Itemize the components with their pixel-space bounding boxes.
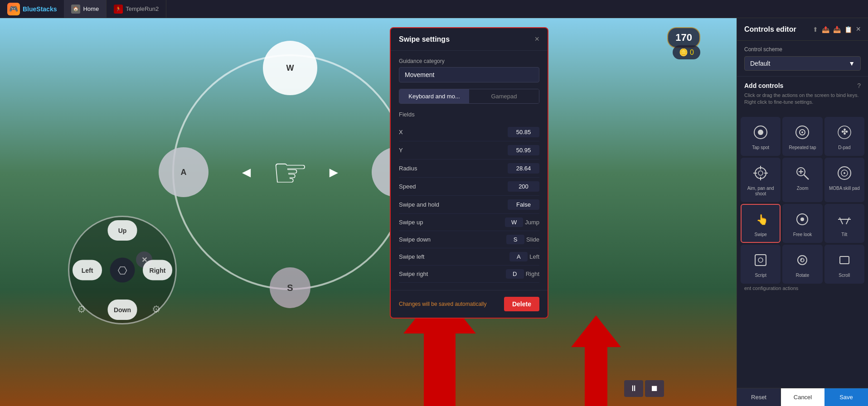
gear-icon-right[interactable]: ⚙ bbox=[152, 304, 161, 315]
bottom-controls: ⏸ ⏹ bbox=[624, 380, 664, 397]
swipe-icon: 👆 bbox=[751, 209, 771, 229]
guidance-input[interactable] bbox=[399, 67, 539, 82]
svg-line-27 bbox=[846, 218, 849, 224]
swipe-label: Swipe bbox=[755, 232, 767, 237]
control-item-zoom[interactable]: Zoom bbox=[782, 158, 822, 202]
svg-point-3 bbox=[758, 130, 763, 135]
field-swipe-hold: Swipe and hold False bbox=[399, 196, 539, 214]
field-x-value[interactable]: 50.85 bbox=[508, 127, 539, 137]
dpad-left[interactable]: Left bbox=[73, 260, 102, 280]
bluestacks-logo-icon: 🎮 bbox=[7, 3, 20, 15]
config-actions-row: ent configuration actions bbox=[737, 284, 868, 295]
tab-temple-run[interactable]: 🏃 TempleRun2 bbox=[107, 0, 166, 18]
temple-run-tab-icon: 🏃 bbox=[114, 5, 123, 14]
auto-save-text: Changes will be saved automatically bbox=[399, 301, 486, 307]
modal-title: Swipe settings bbox=[399, 35, 450, 44]
field-swipe-hold-label: Swipe and hold bbox=[399, 201, 508, 208]
copy-icon[interactable]: 📋 bbox=[844, 26, 852, 33]
temple-run-tab-label: TempleRun2 bbox=[126, 5, 159, 12]
svg-text:↻: ↻ bbox=[800, 257, 805, 264]
svg-point-21 bbox=[844, 172, 845, 174]
free-look-icon bbox=[792, 209, 812, 229]
control-item-dpad[interactable]: ✤ D-pad bbox=[824, 117, 864, 156]
control-grid: Tap spot Repeated tap ✤ D-pad bbox=[737, 117, 868, 284]
control-item-repeated-tap[interactable]: Repeated tap bbox=[782, 117, 822, 156]
config-actions-label: ent configuration actions bbox=[744, 285, 798, 291]
control-item-aim[interactable]: Aim, pan and shoot bbox=[741, 158, 781, 202]
control-item-script[interactable]: Script bbox=[741, 245, 781, 284]
dpad-down[interactable]: Down bbox=[108, 300, 137, 320]
field-swipe-left: Swipe left A Left bbox=[399, 248, 539, 266]
coin-display: 🪙 0 bbox=[673, 45, 700, 59]
controls-scroll: Tap spot Repeated tap ✤ D-pad bbox=[737, 117, 868, 388]
pause-btn[interactable]: ⏸ bbox=[624, 380, 643, 397]
scheme-value: Default bbox=[750, 60, 770, 67]
field-y-value[interactable]: 50.95 bbox=[508, 145, 539, 155]
dpad-right[interactable]: Right bbox=[143, 260, 172, 280]
field-swipe-right-key[interactable]: D bbox=[506, 269, 524, 279]
scheme-dropdown[interactable]: Default ▼ bbox=[744, 56, 861, 71]
tab-keyboard[interactable]: Keyboard and mo... bbox=[399, 89, 469, 103]
modal-footer: Changes will be saved automatically Dele… bbox=[391, 290, 548, 318]
save-button[interactable]: Save bbox=[824, 388, 868, 406]
field-swipe-left-label: Swipe left bbox=[399, 253, 509, 260]
svg-line-16 bbox=[804, 175, 809, 179]
stop-btn[interactable]: ⏹ bbox=[645, 380, 664, 397]
svg-point-29 bbox=[758, 258, 763, 262]
control-item-rotate[interactable]: ↻ Rotate bbox=[782, 245, 822, 284]
export-icon[interactable]: 📤 bbox=[822, 26, 829, 33]
delete-button[interactable]: Delete bbox=[504, 297, 539, 311]
tap-spot-icon bbox=[751, 122, 771, 142]
modal-body: Guidance category Keyboard and mo... Gam… bbox=[391, 51, 548, 290]
control-item-free-look[interactable]: Free look bbox=[782, 204, 822, 243]
cancel-button[interactable]: Cancel bbox=[781, 388, 824, 406]
share-icon[interactable]: ⬆ bbox=[813, 26, 818, 33]
app-logo: 🎮 BlueStacks bbox=[0, 3, 64, 15]
control-item-swipe[interactable]: 👆 Swipe bbox=[741, 204, 781, 243]
field-swipe-hold-value[interactable]: False bbox=[508, 199, 539, 210]
field-speed-label: Speed bbox=[399, 183, 508, 190]
add-controls-header: Add controls ? bbox=[744, 82, 861, 89]
swipe-arrows: ◄ ☞ ► bbox=[239, 149, 341, 196]
field-radius-value[interactable]: 28.64 bbox=[508, 163, 539, 174]
modal-tab-row: Keyboard and mo... Gamepad bbox=[399, 89, 539, 104]
dpad-tilt-center: ⬡ bbox=[110, 258, 135, 283]
field-speed-value[interactable]: 200 bbox=[508, 181, 539, 192]
control-item-moba[interactable]: MOBA skill pad bbox=[824, 158, 864, 202]
svg-marker-1 bbox=[571, 315, 621, 406]
controls-editor-close[interactable]: × bbox=[856, 24, 861, 34]
swipe-settings-modal[interactable]: Swipe settings × Guidance category Keybo… bbox=[390, 27, 548, 319]
field-x: X 50.85 bbox=[399, 123, 539, 141]
dpad-up[interactable]: Up bbox=[108, 220, 137, 241]
reset-button[interactable]: Reset bbox=[737, 388, 781, 406]
home-tab-icon: 🏠 bbox=[71, 5, 80, 14]
field-speed: Speed 200 bbox=[399, 178, 539, 196]
swipe-node-bottom: S bbox=[270, 267, 310, 308]
svg-point-10 bbox=[758, 171, 763, 175]
svg-rect-33 bbox=[840, 256, 849, 264]
zoom-icon bbox=[792, 163, 812, 183]
modal-close-button[interactable]: × bbox=[534, 34, 539, 44]
repeated-tap-label: Repeated tap bbox=[789, 145, 816, 150]
import-icon[interactable]: 📥 bbox=[833, 26, 841, 33]
gear-icon-left[interactable]: ⚙ bbox=[77, 304, 86, 315]
control-item-tap-spot[interactable]: Tap spot bbox=[741, 117, 781, 156]
control-item-scroll[interactable]: Scroll bbox=[824, 245, 864, 284]
field-radius: Radius 28.64 bbox=[399, 160, 539, 178]
tab-gamepad[interactable]: Gamepad bbox=[469, 89, 539, 103]
field-swipe-left-key[interactable]: A bbox=[509, 252, 528, 261]
field-swipe-down-key[interactable]: S bbox=[506, 235, 524, 244]
field-swipe-up-key[interactable]: W bbox=[505, 218, 523, 227]
scheme-label: Control scheme bbox=[744, 46, 861, 53]
control-item-tilt[interactable]: Tilt bbox=[824, 204, 864, 243]
repeated-tap-icon bbox=[792, 122, 812, 142]
guidance-label: Guidance category bbox=[399, 58, 539, 64]
svg-point-24 bbox=[800, 218, 804, 221]
field-x-label: X bbox=[399, 129, 508, 135]
tab-home[interactable]: 🏠 Home bbox=[64, 0, 107, 18]
field-radius-label: Radius bbox=[399, 165, 508, 172]
modal-header: Swipe settings × bbox=[391, 28, 548, 51]
add-controls-desc: Click or drag the actions on the screen … bbox=[744, 92, 861, 106]
help-icon[interactable]: ? bbox=[857, 82, 861, 89]
scheme-section: Control scheme Default ▼ bbox=[737, 41, 868, 77]
